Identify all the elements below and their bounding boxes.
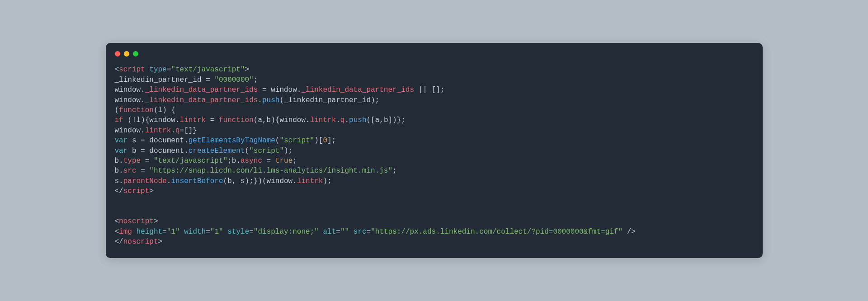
code-token: b [384,116,388,124]
code-token: > [245,66,250,74]
code-token: . [344,116,349,124]
window-maximize-button[interactable] [133,51,138,56]
code-block: <script type="text/javascript"> _linkedi… [115,65,754,247]
code-token: "1" [210,228,223,236]
code-token: </ [115,187,123,195]
window-minimize-button[interactable] [124,51,129,56]
code-token: lintrk [297,177,323,185]
code-token: l [158,106,163,114]
code-token: alt [323,228,336,236]
code-token: ; [392,167,397,175]
code-token: = [167,66,171,74]
code-token: push [349,116,366,124]
code-token: ([ [366,116,375,124]
code-token: window [149,116,175,124]
code-token: function [119,106,154,114]
code-token: "display:none;" [254,228,319,236]
code-token: q [175,127,180,135]
code-token: window [115,127,141,135]
code-token: push [262,96,279,104]
code-token: = [137,167,150,175]
code-token: = [206,76,214,84]
code-token: = [336,228,340,236]
code-token: height [137,228,163,236]
code-token: insertBefore [171,177,223,185]
code-token: . [119,167,123,175]
code-token: window [115,96,141,104]
code-token [223,228,228,236]
code-token: , [262,116,267,124]
code-token: < [115,217,119,226]
code-token: < [115,228,119,236]
code-token [349,228,354,236]
code-token: = [162,228,167,236]
code-token: true [275,157,292,165]
code-token [145,66,150,74]
code-token: . [184,147,189,155]
code-token: window [115,86,141,94]
code-token: . [175,116,180,124]
code-token: var [115,136,128,145]
code-token: > [149,187,154,195]
code-token: b [267,116,271,124]
code-token: ( [115,106,119,114]
code-token: var [115,147,128,155]
code-token: . [141,86,145,94]
code-token: ) { [162,106,175,114]
code-token: "script" [279,136,314,145]
code-token: _linkedin_data_partner_ids [145,96,258,104]
code-token: "text/javascript" [154,157,227,165]
code-token: ( [279,96,284,104]
code-token: s = [127,136,149,145]
code-token: = [249,228,254,236]
code-token: "script" [249,147,284,155]
code-token: b [115,157,119,165]
code-token: a [375,116,380,124]
code-token: > [154,217,158,226]
code-token: type [149,66,166,74]
code-token: _linkedin_partner_id [115,76,206,84]
code-token: parentNode [123,177,167,185]
code-token: . [292,177,297,185]
code-token: , [232,177,241,185]
code-token: s [115,177,119,185]
code-token: . [119,157,123,165]
code-token: lintrk [145,127,171,135]
code-token: script [123,187,150,195]
code-token: = [206,228,210,236]
code-token: ){ [141,116,149,124]
code-token: ( [223,177,228,185]
code-token: > [158,238,163,246]
code-token: ( [154,106,158,114]
code-token: document [149,136,184,145]
code-token: b [232,157,236,165]
code-token: createElement [189,147,245,155]
code-token: _linkedin_data_partner_ids [301,86,414,94]
code-token: "https://snap.licdn.com/li.lms-analytics… [149,167,392,175]
code-token: "https://px.ads.linkedin.com/collect/?pi… [371,228,623,236]
code-token: . [141,96,145,104]
code-token: "" [340,228,349,236]
code-token: ); [323,177,331,185]
code-token: );})( [245,177,267,185]
code-token: _linkedin_data_partner_ids [145,86,258,94]
code-token: 0 [323,136,327,145]
code-token: = [262,157,275,165]
code-token: = [206,116,219,124]
code-token: src [354,228,367,236]
code-token: ( [245,147,250,155]
code-token: . [297,86,302,94]
code-token: "text/javascript" [171,66,245,74]
code-token: ; [254,76,258,84]
code-token: lintrk [310,116,336,124]
window-close-button[interactable] [115,51,120,56]
code-token: s [241,177,245,185]
code-token: ( [275,136,280,145]
code-token: ; [292,157,297,165]
code-token: window [279,116,306,124]
code-token: ; [227,157,232,165]
code-token: = [367,228,371,236]
code-token: . [171,127,175,135]
code-token: lintrk [180,116,206,124]
code-token: if [115,116,128,124]
